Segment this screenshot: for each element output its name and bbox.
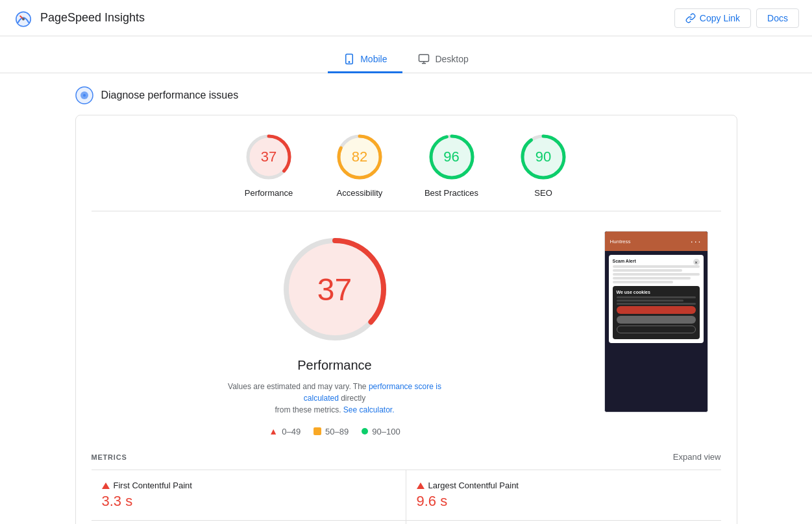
big-performance-score: 37	[317, 272, 352, 307]
tab-mobile-label: Mobile	[360, 54, 387, 64]
app-title: PageSpeed Insights	[40, 11, 145, 25]
mobile-icon	[343, 53, 355, 65]
legend-orange-range: 50–89	[325, 427, 349, 436]
performance-detail: 37 Performance Values are estimated and …	[92, 231, 721, 436]
metric-fcp-name: First Contentful Paint	[114, 481, 192, 490]
screenshot-content-area: Scam Alert ✕ We use cookies	[605, 251, 707, 351]
metric-cls: Cumulative Layout Shift	[406, 521, 721, 524]
score-item-best-practices[interactable]: 96 Best Practices	[424, 131, 478, 198]
best-practices-circle: 96	[426, 131, 478, 183]
screenshot-site-name: Huntress	[610, 239, 631, 244]
legend-orange: 50–89	[314, 427, 349, 436]
performance-score-number: 37	[261, 149, 277, 165]
docs-button[interactable]: Docs	[756, 8, 799, 28]
metric-fcp-status-icon	[102, 482, 110, 489]
metric-tbt: Total Blocking Time	[92, 521, 406, 524]
diagnose-icon	[75, 86, 93, 104]
accessibility-circle: 82	[334, 131, 386, 183]
metric-fcp-name-row: First Contentful Paint	[102, 481, 395, 490]
screenshot-text-line4	[613, 277, 691, 280]
screenshot-modal-title: Scam Alert	[613, 259, 636, 263]
svg-rect-7	[419, 54, 429, 62]
screenshot-text-line2	[613, 269, 682, 272]
performance-circle: 37	[243, 131, 295, 183]
metrics-label: METRICS	[92, 453, 127, 461]
copy-link-label: Copy Link	[700, 13, 740, 23]
header-right: Copy Link Docs	[674, 8, 799, 28]
accessibility-score-number: 82	[352, 149, 367, 165]
svg-point-3	[22, 18, 25, 20]
metric-lcp: Largest Contentful Paint 9.6 s	[406, 470, 721, 521]
screenshot-text-line3	[613, 273, 700, 276]
metrics-grid: First Contentful Paint 3.3 s Largest Con…	[92, 470, 721, 524]
screenshot-prefs-btn	[617, 326, 696, 333]
device-tabs: Mobile Desktop	[0, 36, 812, 73]
main-content: Diagnose performance issues 37 Performan…	[49, 73, 763, 524]
tab-mobile[interactable]: Mobile	[328, 47, 402, 73]
perf-calc-link[interactable]: See calculator.	[343, 405, 395, 414]
accessibility-score-label: Accessibility	[337, 188, 383, 198]
score-card: 37 Performance 82 Accessibility	[75, 115, 737, 524]
best-practices-score-number: 96	[443, 149, 459, 165]
performance-note: Values are estimated and may vary. The p…	[212, 381, 458, 416]
diagnose-section: Diagnose performance issues	[75, 86, 737, 104]
performance-score-label: Performance	[245, 188, 293, 198]
screenshot-header-bar: Huntress ···	[605, 232, 707, 251]
legend-green: 90–100	[362, 427, 400, 436]
screenshot-cookie-title: We use cookies	[617, 290, 696, 294]
score-legend: ▲ 0–49 50–89 90–100	[269, 426, 400, 436]
screenshot-cookie-text1	[617, 296, 696, 298]
metric-lcp-value: 9.6 s	[417, 493, 448, 509]
legend-orange-square-icon	[314, 427, 321, 435]
screenshot-modal-close: ✕	[693, 259, 700, 265]
screenshot-cookie-text2	[617, 300, 684, 302]
performance-detail-title: Performance	[297, 358, 372, 373]
score-item-performance[interactable]: 37 Performance	[243, 131, 295, 198]
diagnose-title: Diagnose performance issues	[101, 89, 239, 101]
copy-link-button[interactable]: Copy Link	[674, 8, 751, 28]
seo-score-label: SEO	[534, 188, 552, 198]
legend-red-triangle-icon: ▲	[269, 426, 278, 436]
legend-green-dot-icon	[362, 428, 368, 435]
legend-red: ▲ 0–49	[269, 426, 301, 436]
metric-fcp-value: 3.3 s	[102, 493, 133, 509]
metric-lcp-name-row: Largest Contentful Paint	[417, 481, 711, 490]
screenshot-panel: Huntress ··· Scam Alert ✕	[604, 231, 721, 412]
mobile-screenshot: Huntress ··· Scam Alert ✕	[604, 231, 708, 412]
score-item-seo[interactable]: 90 SEO	[517, 131, 569, 198]
seo-circle: 90	[517, 131, 569, 183]
link-icon	[685, 13, 696, 23]
tab-desktop-label: Desktop	[435, 54, 468, 64]
tab-desktop[interactable]: Desktop	[402, 47, 484, 73]
header-left: PageSpeed Insights	[13, 8, 145, 29]
screenshot-text-line1	[613, 265, 700, 268]
screenshot-cookie-text3	[617, 303, 696, 305]
screenshot-text-line5	[613, 281, 674, 283]
screenshot-agree-btn	[617, 306, 696, 314]
performance-left-panel: 37 Performance Values are estimated and …	[92, 231, 578, 436]
legend-red-range: 0–49	[282, 427, 301, 436]
metrics-section: METRICS Expand view First Contentful Pai…	[92, 452, 721, 524]
screenshot-content: Huntress ··· Scam Alert ✕	[605, 232, 707, 412]
app-header: PageSpeed Insights Copy Link Docs	[0, 0, 812, 36]
screenshot-cookie-banner: We use cookies	[613, 286, 700, 339]
scores-row: 37 Performance 82 Accessibility	[92, 131, 721, 211]
metric-lcp-status-icon	[417, 482, 424, 489]
seo-score-number: 90	[535, 149, 551, 165]
expand-view-button[interactable]: Expand view	[673, 452, 721, 462]
perf-note-text: Values are estimated and may vary. The	[228, 382, 366, 391]
metric-lcp-name: Largest Contentful Paint	[428, 481, 519, 490]
svg-point-12	[83, 94, 86, 97]
best-practices-score-label: Best Practices	[424, 188, 478, 198]
score-item-accessibility[interactable]: 82 Accessibility	[334, 131, 386, 198]
screenshot-menu-icon: ···	[691, 236, 702, 246]
big-performance-circle: 37	[277, 231, 393, 348]
screenshot-decline-btn	[617, 316, 696, 324]
desktop-icon	[418, 53, 430, 65]
legend-green-range: 90–100	[372, 427, 400, 436]
metric-fcp: First Contentful Paint 3.3 s	[92, 470, 406, 521]
screenshot-scam-modal: Scam Alert ✕ We use cookies	[609, 255, 704, 343]
logo-icon	[13, 8, 34, 29]
metrics-header: METRICS Expand view	[92, 452, 721, 462]
svg-point-6	[349, 62, 350, 63]
